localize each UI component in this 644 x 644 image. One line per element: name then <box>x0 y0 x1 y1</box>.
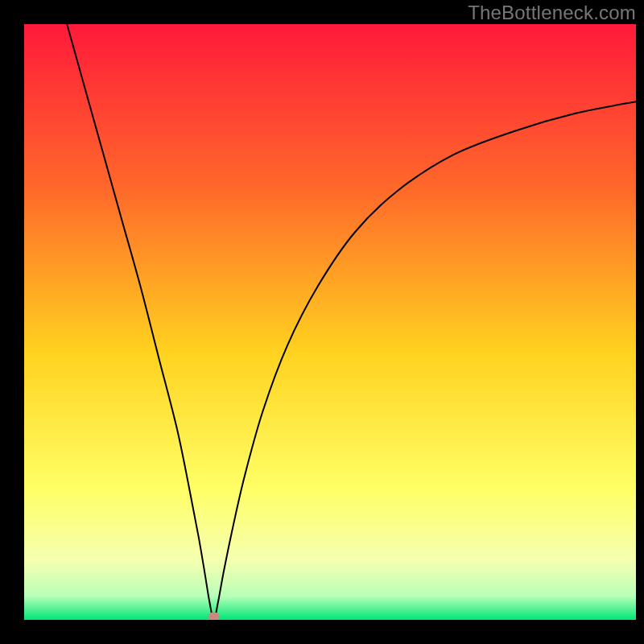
optimal-point-marker <box>208 612 220 621</box>
watermark-text: TheBottleneck.com <box>468 2 636 24</box>
chart-frame: { "watermark": "TheBottleneck.com", "cha… <box>0 0 644 644</box>
bottleneck-chart <box>0 0 644 644</box>
plot-background <box>24 24 636 620</box>
